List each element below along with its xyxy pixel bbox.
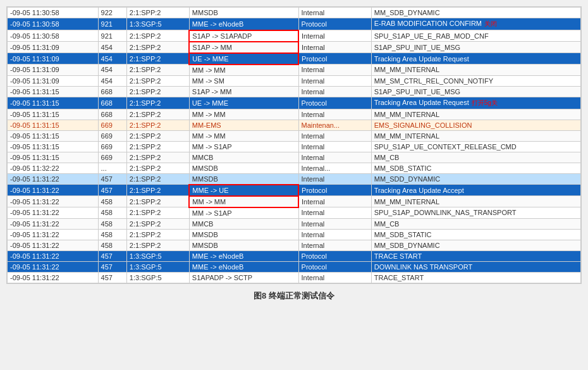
table-row: -09-05 11:31:224571:3:SGP:5S1APADP -> SC… xyxy=(8,272,581,283)
cell-msg: E-RAB MODIFICATION CONFIRM关闭 xyxy=(371,18,580,30)
cell-node: 2:1:SPP:2 xyxy=(126,185,189,196)
table-row: -09-05 11:31:156682:1:SPP:2S1AP -> MMInt… xyxy=(8,86,581,97)
cell-msg: MM_MM_INTERNAL xyxy=(371,196,580,207)
cell-time: -09-05 11:31:09 xyxy=(8,53,99,65)
cell-id: 669 xyxy=(98,141,126,152)
table-row: -09-05 11:31:156692:1:SPP:2MM -> MMInter… xyxy=(8,130,581,141)
cell-node: 2:1:SPP:2 xyxy=(126,218,189,229)
cell-type: Internal xyxy=(298,207,371,219)
cell-from: MM-EMS xyxy=(189,120,298,130)
table-row: -09-05 11:31:156692:1:SPP:2MM-EMSMainten… xyxy=(8,120,581,130)
cell-type: Internal xyxy=(298,109,371,120)
cell-node: 2:1:SPP:2 xyxy=(126,8,189,18)
table-row: -09-05 11:31:094542:1:SPP:2UE -> MMEProt… xyxy=(8,53,581,65)
cell-msg: MM_SDD_DYNAMIC xyxy=(371,173,580,185)
cell-time: -09-05 11:31:22 xyxy=(8,250,99,261)
cell-time: -09-05 11:32:22 xyxy=(8,163,99,173)
cell-msg: SPU_S1AP_DOWNLINK_NAS_TRANSPORT xyxy=(371,207,580,219)
cell-time: -09-05 11:31:22 xyxy=(8,196,99,207)
table-row: -09-05 11:31:156692:1:SPP:2MM -> S1APInt… xyxy=(8,141,581,152)
cell-id: 668 xyxy=(98,109,126,120)
cell-type: Maintenan... xyxy=(298,120,371,130)
cell-time: -09-05 11:31:15 xyxy=(8,141,99,152)
cell-type: Internal xyxy=(298,141,371,152)
cell-msg: TRACE START xyxy=(371,250,580,261)
table-row: -09-05 11:32:22...2:1:SPP:2MMSDBInternal… xyxy=(8,163,581,173)
cell-type: Internal xyxy=(298,196,371,207)
cell-time: -09-05 11:31:22 xyxy=(8,207,99,219)
table-row: -09-05 11:31:156682:1:SPP:2MM -> MMInter… xyxy=(8,109,581,120)
table-row: -09-05 11:31:224571:3:SGP:5MME -> eNodeB… xyxy=(8,261,581,272)
cell-node: 1:3:SGP:5 xyxy=(126,261,189,272)
cell-type: Protocol xyxy=(298,261,371,272)
cell-msg: MM_SDB_DYNAMIC xyxy=(371,8,580,18)
cell-node: 2:1:SPP:2 xyxy=(126,173,189,185)
cell-time: -09-05 11:31:09 xyxy=(8,42,99,53)
cell-type: Internal xyxy=(298,272,371,283)
cell-time: -09-05 11:31:09 xyxy=(8,75,99,86)
cell-time: -09-05 11:31:09 xyxy=(8,65,99,76)
cell-id: 458 xyxy=(98,207,126,219)
cell-from: UE -> MME xyxy=(189,97,298,109)
cell-from: MM -> S1AP xyxy=(189,141,298,152)
cell-node: 2:1:SPP:2 xyxy=(126,152,189,163)
cell-id: 669 xyxy=(98,130,126,141)
table-row: -09-05 11:31:224582:1:SPP:2MMSDBInternal… xyxy=(8,229,581,240)
table-row: -09-05 11:30:589212:1:SPP:2S1AP -> S1APA… xyxy=(8,30,581,42)
cell-id: 458 xyxy=(98,229,126,240)
cell-msg: MM_SM_CTRL_REL_CONN_NOTIFY xyxy=(371,75,580,86)
cell-id: 921 xyxy=(98,18,126,30)
cell-from: MM -> MM xyxy=(189,196,298,207)
cell-id: 454 xyxy=(98,65,126,76)
table-row: -09-05 11:31:224582:1:SPP:2MMSDBInternal… xyxy=(8,240,581,250)
cell-node: 2:1:SPP:2 xyxy=(126,75,189,86)
cell-msg: MM_SDB_DYNAMIC xyxy=(371,240,580,250)
cell-id: 457 xyxy=(98,173,126,185)
cell-node: 2:1:SPP:2 xyxy=(126,130,189,141)
cell-type: Internal xyxy=(298,75,371,86)
cell-type: Internal xyxy=(298,8,371,18)
cell-node: 2:1:SPP:2 xyxy=(126,97,189,109)
cell-id: 457 xyxy=(98,185,126,196)
cell-msg: MM_SDB_STATIC xyxy=(371,229,580,240)
annotation-text: 关闭 xyxy=(484,20,497,27)
cell-node: 2:1:SPP:2 xyxy=(126,120,189,130)
table-row: -09-05 11:31:094542:1:SPP:2S1AP -> MMInt… xyxy=(8,42,581,53)
cell-msg: MM_CB xyxy=(371,218,580,229)
cell-id: 668 xyxy=(98,86,126,97)
cell-time: -09-05 11:30:58 xyxy=(8,30,99,42)
cell-msg: Tracking Area Update Accept xyxy=(371,185,580,196)
cell-from: MME -> eNodeB xyxy=(189,18,298,30)
cell-node: 2:1:SPP:2 xyxy=(126,196,189,207)
cell-id: 669 xyxy=(98,152,126,163)
cell-from: MME -> UE xyxy=(189,185,298,196)
cell-type: Protocol xyxy=(298,97,371,109)
cell-from: UE -> MME xyxy=(189,53,298,65)
cell-time: -09-05 11:30:58 xyxy=(8,18,99,30)
table-row: -09-05 11:31:224571:3:SGP:5MME -> eNodeB… xyxy=(8,250,581,261)
cell-type: Internal xyxy=(298,30,371,42)
cell-msg: S1AP_SPU_INIT_UE_MSG xyxy=(371,42,580,53)
cell-time: -09-05 11:31:15 xyxy=(8,120,99,130)
cell-time: -09-05 11:31:15 xyxy=(8,86,99,97)
cell-msg: SPU_S1AP_UE_CONTEXT_RELEASE_CMD xyxy=(371,141,580,152)
cell-from: MMCB xyxy=(189,152,298,163)
cell-node: 2:1:SPP:2 xyxy=(126,141,189,152)
cell-type: Protocol xyxy=(298,53,371,65)
cell-msg: MM_MM_INTERNAL xyxy=(371,130,580,141)
table-row: -09-05 11:31:224582:1:SPP:2MMCBInternalM… xyxy=(8,218,581,229)
cell-msg: MM_CB xyxy=(371,152,580,163)
cell-msg: EMS_SIGNALING_COLLISION xyxy=(371,120,580,130)
cell-msg: MM_MM_INTERNAL xyxy=(371,65,580,76)
cell-type: Internal... xyxy=(298,163,371,173)
cell-id: 669 xyxy=(98,120,126,130)
cell-time: -09-05 11:31:15 xyxy=(8,130,99,141)
cell-id: 454 xyxy=(98,53,126,65)
cell-id: 922 xyxy=(98,8,126,18)
cell-node: 2:1:SPP:2 xyxy=(126,229,189,240)
cell-node: 2:1:SPP:2 xyxy=(126,65,189,76)
cell-from: MM -> SM xyxy=(189,75,298,86)
cell-from: S1AP -> MM xyxy=(189,42,298,53)
cell-type: Internal xyxy=(298,173,371,185)
annotation-text: 打开5g关 xyxy=(472,99,498,106)
